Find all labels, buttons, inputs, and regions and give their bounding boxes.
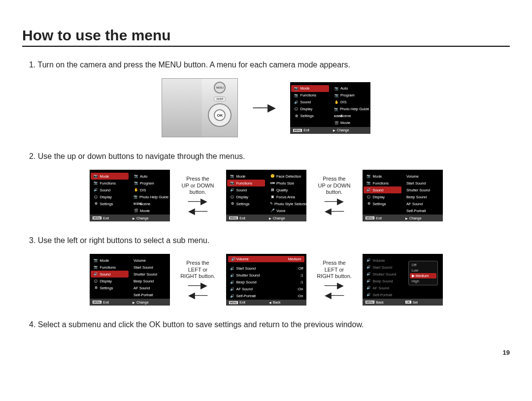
page-number: 19 [22, 349, 510, 356]
right-dis: DIS [340, 100, 347, 104]
option-high: High [409, 278, 437, 284]
volume-current-value: Medium [288, 257, 301, 261]
scene-tag: SCENE [334, 115, 339, 118]
option-off: Off [409, 262, 437, 268]
step-3-illustration: 📷Mode 📷Functions 🔊Sound 🖵Display ⚙Settin… [22, 254, 510, 306]
right-photohelp: Photo Help Guide [340, 107, 369, 111]
arrow-right-icon: ──▶ [188, 197, 208, 206]
page-title: How to use the menu [22, 27, 510, 44]
between-leftright-1: Press the LEFT or RIGHT button. ──▶ ◀── [176, 260, 220, 300]
display-icon: 🖵 [294, 107, 299, 111]
lcd-volume-submenu: 🔊 Volume Medium 🔊Start Sound:Off 🔊Shutte… [226, 254, 306, 306]
step-1-illustration: MENU DISP OK ──▶ 📷Mode 📷Functions 🔊Sound… [22, 78, 510, 137]
lcd-sound-selected: 📷Mode 📷Functions 🔊Sound 🖵Display ⚙Settin… [363, 170, 443, 221]
camera-menu-button: MENU [214, 82, 226, 93]
between-leftright-2: Press the LEFT or RIGHT button. ──▶ ◀── [312, 260, 357, 300]
camera-disp-label: DISP [214, 96, 226, 101]
left-functions: Functions [300, 93, 317, 97]
step-4-text: 4. Select a submenu and click the OK but… [29, 320, 510, 329]
lcd-mode-menu: 📷Mode 📷Functions 🔊Sound 🖵Display ⚙Settin… [290, 82, 370, 134]
camera-ok-button: OK [214, 109, 226, 121]
step-2-illustration: 📷Mode 📷Functions 🔊Sound 🖵Display ⚙Settin… [22, 170, 510, 221]
right-scene: Scene [340, 114, 351, 118]
right-movie: Movie [340, 121, 350, 125]
step-2-text: 2. Use the up or down buttons to navigat… [29, 152, 510, 161]
arrow-left-icon: ◀── [188, 207, 208, 216]
option-low: Low [409, 268, 437, 273]
lcd-volume-options: 🔊Volume 🔊Start Sound 🔊Shutter Sound 🔊Bee… [363, 254, 443, 306]
left-settings: Settings [300, 114, 314, 118]
step-1-text: 1. Turn on the camera and press the MENU… [29, 61, 510, 69]
volume-options-popup: Off Low ▶Medium High [408, 261, 438, 285]
lcd-functions-selected: 📷Mode 📷Functions 🔊Sound 🖵Display ⚙Settin… [226, 170, 306, 221]
functions-icon: 📷 [294, 93, 299, 97]
lcd-sound-selected-2: 📷Mode 📷Functions 🔊Sound 🖵Display ⚙Settin… [90, 254, 170, 306]
left-mode: Mode [300, 86, 310, 91]
sound-icon: 🔊 [294, 100, 299, 104]
foot-menu-tag: MENU [293, 129, 302, 132]
camera-illustration: MENU DISP OK [162, 78, 238, 137]
foot-exit: Exit [303, 128, 309, 132]
right-auto: Auto [340, 86, 348, 91]
right-program: Program [340, 93, 355, 97]
lcd-mode-selected: 📷Mode 📷Functions 🔊Sound 🖵Display ⚙Settin… [90, 170, 170, 221]
play-icon: ▶ [333, 128, 335, 132]
mode-icon: 📷 [294, 87, 299, 91]
title-rule [22, 46, 510, 47]
camera-dpad-ring: OK [208, 103, 232, 127]
between-updown-1: Press the UP or DOWN button. ──▶ ◀── [176, 176, 220, 216]
left-sound: Sound [300, 100, 311, 104]
left-display: Display [300, 107, 313, 111]
settings-icon: ⚙ [294, 114, 299, 118]
step-3-text: 3. Use the left or right buttons to sele… [29, 236, 510, 245]
arrow-right-icon: ──▶ [253, 101, 275, 114]
foot-change: Change [337, 128, 349, 132]
between-updown-2: Press the UP or DOWN button. ──▶ ◀── [312, 176, 357, 216]
option-medium: ▶Medium [410, 273, 436, 278]
